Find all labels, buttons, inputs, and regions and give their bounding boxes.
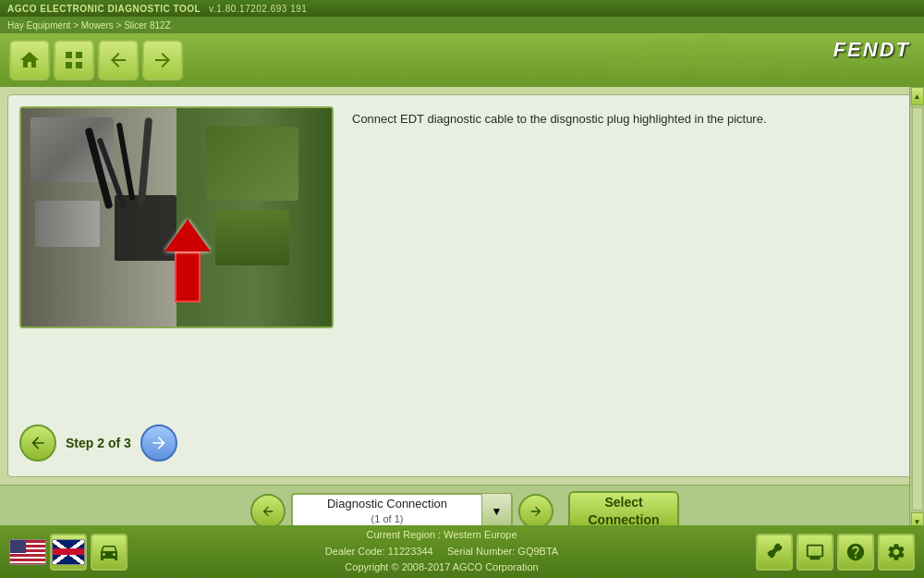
breadcrumb: Hay Equipment > Mowers > Slicer 812Z [7,20,171,31]
region-text: Current Region : Western Europe [325,527,558,544]
dealer-serial-text: Dealer Code: 11223344 Serial Number: GQ9… [325,544,558,560]
status-center: Current Region : Western Europe Dealer C… [325,527,558,576]
svg-rect-2 [66,62,72,68]
main-area: Connect EDT diagnostic cable to the disg… [0,87,924,485]
diagnostic-image [19,106,334,328]
svg-point-9 [639,61,673,80]
step-forward-button[interactable] [140,424,177,461]
connection-dropdown[interactable]: Diagnostic Connection (1 of 1) ▼ [291,493,513,530]
app-title: AGCO ELECTRONIC DIAGNOSTIC TOOL v.1.80.1… [7,4,307,14]
connection-name-text: Diagnostic Connection [302,497,472,512]
connection-count-text: (1 of 1) [302,512,472,525]
description-area: Connect EDT diagnostic cable to the disg… [348,106,905,410]
breadcrumb-bar: Hay Equipment > Mowers > Slicer 812Z [0,17,924,33]
equipment-part-3 [206,127,298,201]
nav-row: Step 2 of 3 [19,421,905,465]
copyright-text: Copyright © 2008-2017 AGCO Corporation [325,560,558,576]
right-scrollbar: ▲ ▼ [909,87,924,531]
dealer-code-text: Dealer Code: 11223344 [325,546,433,557]
fendt-logo: FENDT [833,38,910,62]
equipment-part-4 [215,210,289,265]
svg-point-8 [781,52,808,74]
scroll-up-button[interactable]: ▲ [911,87,924,105]
modules-button[interactable] [54,40,94,80]
home-button[interactable] [9,40,50,80]
red-arrow [164,219,211,302]
flag-usa-icon[interactable] [9,539,46,565]
monitor-icon-button[interactable] [796,534,833,571]
help-icon-button[interactable] [837,534,874,571]
status-left [9,534,128,571]
step-back-button[interactable] [19,424,56,461]
back-button[interactable] [98,40,139,80]
svg-rect-0 [66,52,72,58]
flag-uk-button[interactable] [50,534,87,571]
app-version: v.1.80.17202.693 191 [209,4,307,14]
vehicle-icon-button[interactable] [91,534,128,571]
svg-rect-1 [76,52,82,58]
map-decoration [573,33,832,87]
status-right [756,534,915,571]
step-label: Step 2 of 3 [66,436,131,450]
status-bar: Current Region : Western Europe Dealer C… [0,525,924,578]
app-title-text: AGCO ELECTRONIC DIAGNOSTIC TOOL [7,4,201,14]
toolbar: FENDT [0,33,924,87]
svg-rect-3 [76,62,82,68]
forward-button[interactable] [142,40,183,80]
content-panel: Connect EDT diagnostic cable to the disg… [7,94,917,477]
scrollbar-track[interactable] [912,107,923,510]
flag-uk-icon [52,539,85,565]
conn-back-button[interactable] [250,494,286,529]
select-connection-line1: Select [589,494,660,510]
dropdown-arrow-button[interactable]: ▼ [481,494,511,529]
content-inner: Connect EDT diagnostic cable to the disg… [19,106,905,410]
connection-label: Diagnostic Connection (1 of 1) [293,497,481,525]
cable-area [77,108,215,219]
serial-number-text: Serial Number: GQ9BTA [447,546,558,557]
conn-forward-button[interactable] [518,494,553,529]
description-text: Connect EDT diagnostic cable to the disg… [352,110,901,129]
settings-icon-button[interactable] [878,534,915,571]
top-bar: AGCO ELECTRONIC DIAGNOSTIC TOOL v.1.80.1… [0,0,924,17]
wrench-icon-button[interactable] [756,534,793,571]
svg-point-10 [710,63,750,81]
